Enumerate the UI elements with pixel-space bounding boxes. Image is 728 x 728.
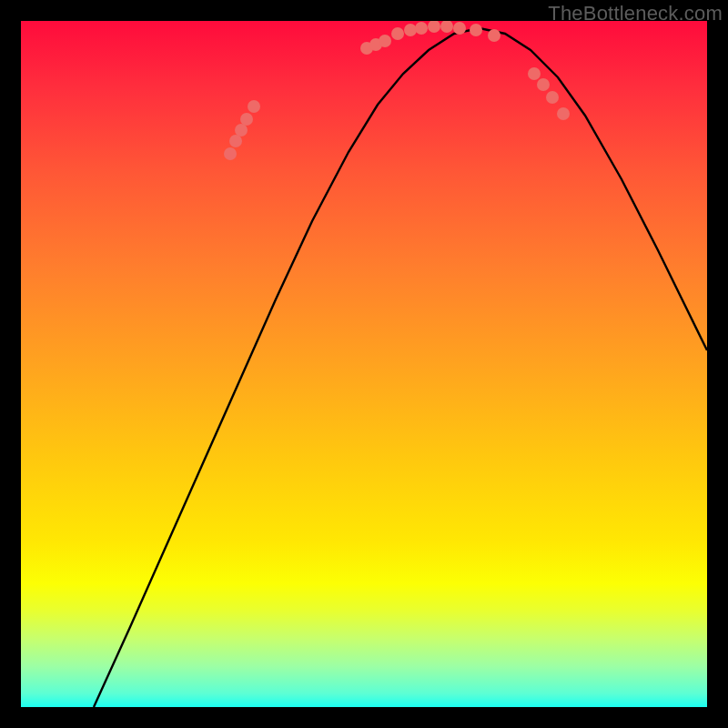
marker-dot (488, 29, 500, 42)
marker-dot (229, 135, 242, 147)
marker-dot (470, 24, 482, 36)
marker-dot (528, 67, 541, 80)
chart-frame (21, 21, 707, 707)
marker-dot (224, 147, 237, 160)
marker-dot (404, 24, 417, 36)
marker-dot (379, 35, 391, 47)
marker-dot (440, 21, 453, 33)
marker-dot (557, 107, 570, 120)
marker-dot (546, 91, 559, 104)
marker-dot (235, 124, 248, 136)
marker-dot (391, 27, 404, 40)
bottleneck-curve (94, 28, 707, 707)
marker-dot (453, 22, 466, 35)
watermark-text: TheBottleneck.com (548, 2, 723, 25)
marker-dot (537, 78, 550, 91)
marker-dot (415, 22, 428, 35)
marker-dot (248, 100, 260, 113)
chart-svg (21, 21, 707, 707)
marker-dot (240, 113, 253, 126)
marker-dot (428, 21, 440, 33)
